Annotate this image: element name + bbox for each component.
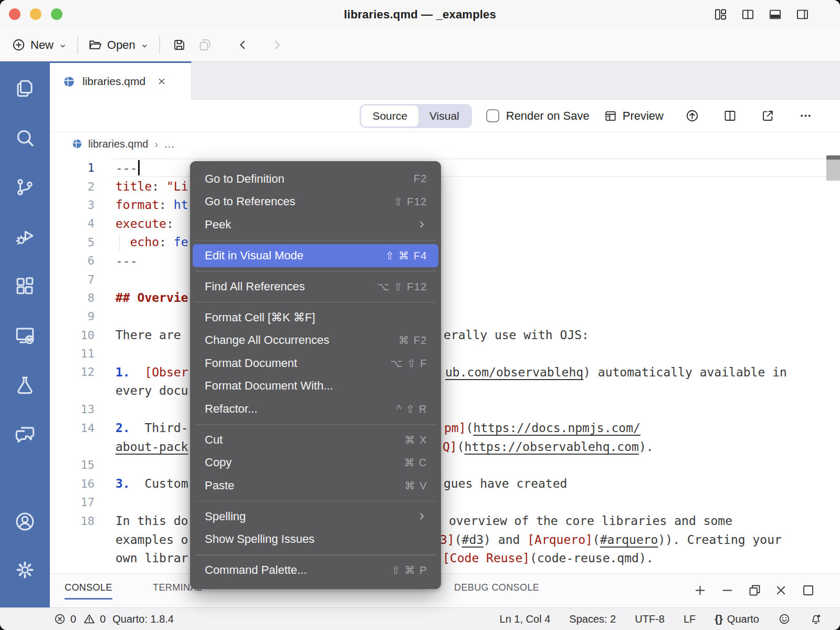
status-item[interactable] (810, 613, 822, 625)
close-panel-icon[interactable] (774, 583, 788, 597)
code-line[interactable]: about-packQ](https://observablehq.com). (50, 437, 840, 456)
chat-icon[interactable] (14, 423, 36, 445)
status-item-ln-1-col-4[interactable]: Ln 1, Col 4 (500, 613, 551, 625)
extensions-icon[interactable] (14, 275, 36, 297)
status-text: Ln 1, Col 4 (500, 613, 551, 625)
more-actions-icon[interactable] (799, 109, 813, 123)
status-item-quarto-1-8-4[interactable]: Quarto: 1.8.4 (112, 613, 174, 625)
menu-item-format-cell-k-f[interactable]: Format Cell [⌘K ⌘F] (193, 306, 438, 329)
code-token: title (116, 180, 152, 193)
source-control-icon[interactable] (14, 176, 36, 198)
code-line[interactable]: 5 echo: fe (50, 233, 840, 251)
minus-icon[interactable] (720, 583, 734, 597)
menu-item-find-all-references[interactable]: Find All References⌥ ⇧ F12 (193, 275, 438, 298)
code-line[interactable]: 7 (50, 270, 840, 288)
code-line[interactable]: 10There are erally use with OJS: (50, 326, 840, 344)
explorer-icon[interactable] (14, 77, 36, 100)
code-line[interactable]: 142. Third-pm](https://docs.npmjs.com/ (50, 418, 840, 437)
settings-icon[interactable] (14, 559, 36, 581)
menu-item-command-palette[interactable]: Command Palette...⇧ ⌘ P (193, 559, 438, 582)
code-line[interactable]: 3format: ht (50, 196, 840, 214)
code-line[interactable]: 1--- (50, 159, 840, 177)
code-line[interactable]: 17 (50, 493, 840, 511)
code-line[interactable]: 15 (50, 456, 840, 474)
code-line[interactable]: 121. [Obserub.com/observablehq) automati… (50, 363, 840, 381)
code-line[interactable]: 4execute: (50, 214, 840, 233)
split-editor-icon[interactable] (723, 109, 737, 123)
open-external-icon[interactable] (761, 109, 775, 123)
forward-button[interactable] (270, 38, 284, 51)
render-icon[interactable] (685, 109, 699, 123)
source-mode-button[interactable]: Source (361, 106, 418, 127)
maximize-panel-icon[interactable] (801, 583, 815, 597)
open-button[interactable]: Open (88, 38, 149, 52)
code-token: gues have created (444, 477, 567, 490)
restore-panel-icon[interactable] (748, 583, 762, 597)
breadcrumb[interactable]: libraries.qmd › ... (50, 132, 840, 155)
secondary-sidebar-icon[interactable] (795, 7, 810, 22)
code-line[interactable]: every docu (50, 382, 840, 400)
breadcrumb-file[interactable]: libraries.qmd (88, 138, 148, 150)
code-line[interactable]: examples o3](#d3) and [Arquero](#arquero… (50, 530, 840, 549)
code-token: ( (593, 533, 600, 547)
code-line[interactable]: 163. Customgues have created (50, 475, 840, 493)
status-item[interactable] (778, 613, 791, 625)
menu-item-format-document-with[interactable]: Format Document With... (193, 375, 438, 398)
menu-item-label: Paste (205, 479, 234, 492)
menu-item-refactor[interactable]: Refactor...^ ⇧ R (193, 397, 438, 421)
status-item-lf[interactable]: LF (684, 613, 696, 625)
save-all-button[interactable] (198, 38, 212, 52)
back-button[interactable] (236, 38, 249, 51)
testing-icon[interactable] (14, 373, 36, 396)
account-icon[interactable] (14, 510, 36, 533)
run-debug-icon[interactable] (14, 225, 36, 248)
code-line[interactable]: 6--- (50, 251, 840, 270)
code-token: ## Overvie (116, 291, 188, 304)
code-token: ( (457, 440, 465, 454)
new-button[interactable]: New (12, 38, 67, 52)
plus-icon[interactable] (693, 583, 707, 597)
code-line[interactable]: 8## Overvie (50, 289, 840, 307)
menu-item-change-all-occurrences[interactable]: Change All Occurrences⌘ F2 (193, 329, 438, 352)
code-line[interactable]: 18In this dooverview of the core librari… (50, 511, 840, 530)
save-button[interactable] (172, 38, 186, 52)
panel-layout-icon[interactable] (768, 7, 782, 22)
menu-item-spelling[interactable]: Spelling (193, 505, 438, 528)
split-editor-layout-icon[interactable] (741, 7, 755, 22)
visual-mode-button[interactable]: Visual (418, 106, 470, 127)
code-token: format (116, 198, 159, 212)
status-item-quarto[interactable]: {}Quarto (715, 613, 759, 625)
breadcrumb-more[interactable]: ... (164, 138, 175, 150)
customize-layout-icon[interactable] (713, 7, 728, 22)
panel-tab-console[interactable]: CONSOLE (65, 582, 112, 600)
menu-item-format-document[interactable]: Format Document⌥ ⇧ F (193, 352, 438, 375)
close-tab-icon[interactable] (156, 76, 167, 87)
search-icon[interactable] (14, 127, 36, 149)
panel-tab-debug-console[interactable]: DEBUG CONSOLE (454, 582, 539, 593)
code-line[interactable]: 2title: "Li (50, 177, 840, 195)
code-line[interactable]: own librar[Code Reuse](code-reuse.qmd). (50, 549, 840, 567)
status-item-0[interactable]: 0 (83, 613, 106, 625)
tab-libraries-qmd[interactable]: libraries.qmd (50, 61, 192, 100)
code-line[interactable]: 11 (50, 344, 840, 363)
menu-item-show-spelling-issues[interactable]: Show Spelling Issues (193, 528, 438, 551)
editor-scrollbar[interactable] (826, 160, 840, 181)
menu-item-shortcut: ⌘ X (405, 434, 427, 446)
menu-item-peek[interactable]: Peek (193, 213, 438, 236)
code-line[interactable]: 9 (50, 307, 840, 326)
code-line[interactable]: 13 (50, 400, 840, 418)
menu-item-edit-in-visual-mode[interactable]: Edit in Visual Mode⇧ ⌘ F4 (193, 244, 438, 267)
status-item-utf-8[interactable]: UTF-8 (635, 613, 665, 625)
menu-item-copy[interactable]: Copy⌘ C (193, 452, 438, 475)
code-editor[interactable]: 1---2title: "Li3format: ht4execute:5 ech… (50, 155, 840, 573)
preview-button[interactable]: Preview (604, 109, 664, 123)
render-on-save-checkbox[interactable] (486, 109, 499, 122)
menu-item-go-to-definition[interactable]: Go to DefinitionF2 (193, 167, 438, 191)
menu-item-paste[interactable]: Paste⌘ V (193, 474, 438, 497)
menu-item-go-to-references[interactable]: Go to References⇧ F12 (193, 191, 438, 214)
status-item-spaces-2[interactable]: Spaces: 2 (569, 613, 616, 625)
console-session-icon[interactable] (14, 324, 36, 346)
menu-item-label: Command Palette... (205, 563, 307, 577)
menu-item-cut[interactable]: Cut⌘ X (193, 428, 438, 452)
status-item-0[interactable]: 0 (54, 613, 76, 625)
